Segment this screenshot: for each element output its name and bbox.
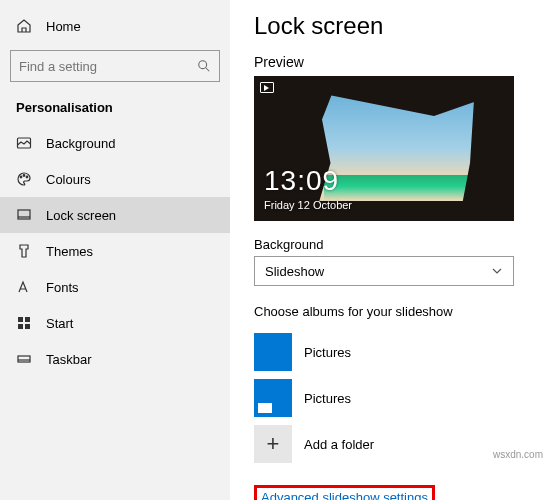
sidebar-item-taskbar[interactable]: Taskbar	[0, 341, 230, 377]
highlighted-box: Advanced slideshow settings	[254, 485, 435, 500]
sidebar-item-fonts[interactable]: Fonts	[0, 269, 230, 305]
sidebar-item-lockscreen[interactable]: Lock screen	[0, 197, 230, 233]
lockscreen-preview: 13:09 Friday 12 October	[254, 76, 514, 221]
folder-tile-icon	[254, 333, 292, 371]
album-label: Pictures	[304, 391, 351, 406]
sidebar-item-themes[interactable]: Themes	[0, 233, 230, 269]
sidebar-item-label: Lock screen	[46, 208, 116, 223]
lockscreen-icon	[16, 207, 32, 223]
sidebar-item-label: Fonts	[46, 280, 79, 295]
plus-icon: +	[254, 425, 292, 463]
preview-label: Preview	[254, 54, 523, 70]
sidebar-item-label: Background	[46, 136, 115, 151]
slideshow-icon	[260, 82, 274, 93]
sidebar: Home Personalisation Background Colours …	[0, 0, 230, 500]
add-folder-button[interactable]: + Add a folder	[254, 421, 523, 467]
add-folder-label: Add a folder	[304, 437, 374, 452]
home-label: Home	[46, 19, 81, 34]
svg-point-0	[199, 61, 207, 69]
taskbar-icon	[16, 351, 32, 367]
chevron-down-icon	[491, 265, 503, 277]
home-icon	[16, 18, 32, 34]
watermark: wsxdn.com	[493, 449, 543, 460]
page-title: Lock screen	[254, 12, 523, 40]
picture-icon	[16, 135, 32, 151]
background-select[interactable]: Slideshow	[254, 256, 514, 286]
album-item[interactable]: Pictures	[254, 329, 523, 375]
search-icon	[197, 59, 211, 73]
sidebar-item-colours[interactable]: Colours	[0, 161, 230, 197]
advanced-slideshow-link[interactable]: Advanced slideshow settings	[261, 490, 428, 500]
choose-albums-label: Choose albums for your slideshow	[254, 304, 523, 319]
album-item[interactable]: Pictures	[254, 375, 523, 421]
main-content: Lock screen Preview 13:09 Friday 12 Octo…	[230, 0, 547, 500]
preview-time: 13:09	[264, 165, 339, 197]
sidebar-item-background[interactable]: Background	[0, 125, 230, 161]
search-input[interactable]	[10, 50, 220, 82]
svg-point-3	[20, 176, 22, 178]
svg-rect-11	[25, 324, 30, 329]
search-field[interactable]	[19, 59, 211, 74]
sidebar-item-label: Themes	[46, 244, 93, 259]
svg-point-5	[26, 176, 28, 178]
sidebar-item-label: Start	[46, 316, 73, 331]
sidebar-item-label: Taskbar	[46, 352, 92, 367]
sidebar-item-start[interactable]: Start	[0, 305, 230, 341]
section-title: Personalisation	[0, 96, 230, 125]
svg-rect-10	[18, 324, 23, 329]
svg-line-1	[206, 68, 210, 72]
sidebar-item-label: Colours	[46, 172, 91, 187]
background-label: Background	[254, 237, 523, 252]
palette-icon	[16, 171, 32, 187]
svg-rect-8	[18, 317, 23, 322]
folder-tile-icon	[254, 379, 292, 417]
album-label: Pictures	[304, 345, 351, 360]
svg-rect-9	[25, 317, 30, 322]
home-button[interactable]: Home	[0, 10, 230, 42]
themes-icon	[16, 243, 32, 259]
fonts-icon	[16, 279, 32, 295]
svg-rect-12	[18, 356, 30, 362]
start-icon	[16, 315, 32, 331]
svg-rect-6	[18, 210, 30, 219]
svg-point-4	[23, 175, 25, 177]
background-value: Slideshow	[265, 264, 324, 279]
preview-date: Friday 12 October	[264, 199, 352, 211]
